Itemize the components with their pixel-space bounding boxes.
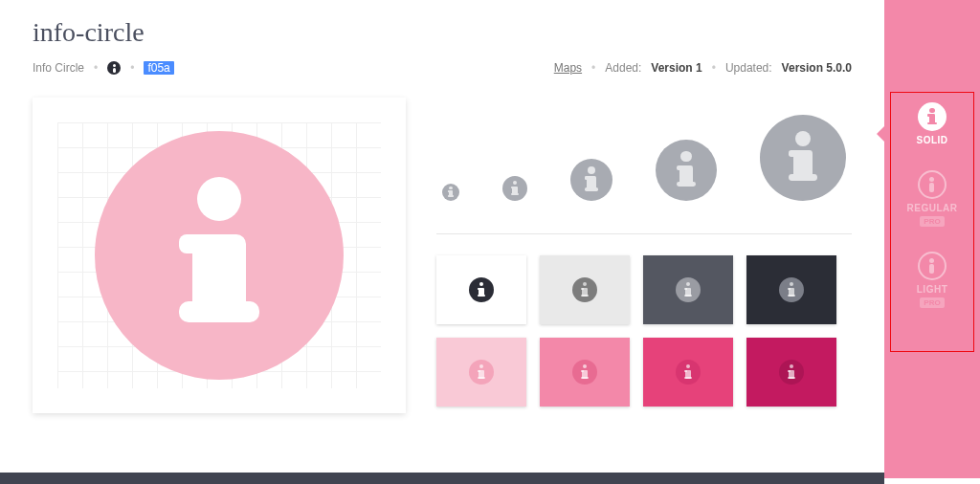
- color-swatch[interactable]: [436, 255, 526, 324]
- page-title: info-circle: [33, 17, 852, 48]
- color-swatch[interactable]: [540, 255, 630, 324]
- info-circle-icon: [469, 360, 494, 385]
- color-swatch[interactable]: [436, 338, 526, 407]
- category-link[interactable]: Maps: [554, 61, 582, 75]
- info-circle-icon: [95, 131, 344, 380]
- info-circle-icon: [918, 102, 947, 131]
- info-circle-icon: [779, 360, 804, 385]
- separator-dot: •: [94, 61, 98, 75]
- pro-badge: PRO: [920, 216, 944, 227]
- separator-dot: •: [591, 61, 595, 75]
- style-solid[interactable]: SOLID: [891, 102, 973, 145]
- pro-badge: PRO: [920, 297, 944, 308]
- style-regular[interactable]: REGULARPRO: [891, 170, 973, 227]
- info-circle-icon: [469, 277, 494, 302]
- color-swatch[interactable]: [746, 255, 836, 324]
- meta-mini-icon: [107, 61, 121, 75]
- color-swatch-grid: [436, 255, 852, 407]
- icon-preview-card: [33, 98, 406, 413]
- info-circle-icon: [918, 252, 947, 280]
- separator-dot: •: [130, 61, 134, 75]
- info-circle-icon: [572, 360, 597, 385]
- size-sample[interactable]: [502, 176, 527, 205]
- style-sidebar: SOLIDREGULARPROLIGHTPRO: [884, 0, 980, 478]
- style-label: LIGHT: [917, 284, 948, 295]
- unicode-value[interactable]: f05a: [144, 61, 173, 75]
- meta-row: Info Circle • • f05a Maps • Added: Versi…: [33, 61, 852, 75]
- size-sample[interactable]: [570, 159, 612, 205]
- divider: [436, 233, 852, 234]
- info-circle-icon: [442, 184, 459, 201]
- style-light[interactable]: LIGHTPRO: [891, 252, 973, 308]
- sidebar-pointer: [877, 126, 884, 142]
- style-label: SOLID: [916, 135, 947, 145]
- info-circle-icon: [656, 140, 717, 201]
- size-scale-row: [436, 98, 852, 233]
- color-swatch[interactable]: [643, 338, 733, 407]
- updated-value: Version 5.0.0: [782, 61, 852, 75]
- main-content: info-circle Info Circle • • f05a Maps • …: [0, 0, 884, 478]
- info-circle-icon: [676, 360, 701, 385]
- added-label: Added:: [605, 61, 641, 75]
- added-value: Version 1: [651, 61, 702, 75]
- style-label: REGULAR: [907, 203, 958, 213]
- icon-display-name: Info Circle: [33, 61, 84, 75]
- info-circle-icon: [572, 277, 597, 302]
- color-swatch[interactable]: [643, 255, 733, 324]
- info-circle-icon: [570, 159, 612, 201]
- color-swatch[interactable]: [540, 338, 630, 407]
- size-sample[interactable]: [760, 115, 846, 205]
- info-circle-icon: [779, 277, 804, 302]
- footer-bar: [0, 473, 884, 484]
- size-sample[interactable]: [656, 140, 717, 205]
- info-circle-icon: [918, 170, 947, 199]
- size-sample[interactable]: [442, 184, 459, 205]
- info-circle-icon: [760, 115, 846, 201]
- info-circle-icon: [502, 176, 527, 201]
- info-circle-icon: [676, 277, 701, 302]
- style-list: SOLIDREGULARPROLIGHTPRO: [890, 92, 974, 352]
- updated-label: Updated:: [725, 61, 772, 75]
- separator-dot: •: [712, 61, 716, 75]
- color-swatch[interactable]: [746, 338, 836, 407]
